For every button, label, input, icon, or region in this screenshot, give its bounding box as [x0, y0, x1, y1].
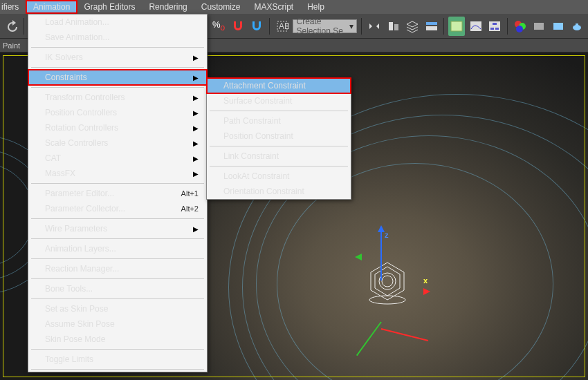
- menu-item-truncated[interactable]: ifiers: [1, 2, 26, 12]
- submenu-item-lookat-constraint[interactable]: LookAt Constraint: [207, 169, 351, 184]
- menu-item-label: Assume Skin Pose: [45, 319, 115, 329]
- menu-item-toggle-limits[interactable]: Toggle Limits: [28, 352, 207, 367]
- menu-item-label: Position Constraint: [223, 131, 293, 141]
- menu-item-label: Skin Pose Mode: [45, 334, 105, 344]
- menu-item-transform-controllers[interactable]: Transform Controllers▶: [28, 90, 207, 105]
- menu-item-maxscript[interactable]: MAXScript: [247, 1, 300, 13]
- submenu-arrow-icon: ▶: [193, 94, 199, 102]
- chevron-down-icon: ▾: [349, 21, 353, 31]
- submenu-arrow-icon: ▶: [193, 54, 199, 61]
- menu-item-rendering[interactable]: Rendering: [142, 1, 194, 13]
- menu-item-label: Set as Skin Pose: [45, 304, 108, 314]
- menu-item-wire-parameters[interactable]: Wire Parameters▶: [28, 221, 207, 236]
- menu-item-position-controllers[interactable]: Position Controllers▶: [28, 105, 207, 120]
- menu-separator: [31, 67, 204, 68]
- menu-item-bone-tools[interactable]: Bone Tools...: [28, 281, 207, 296]
- magnet-angle-icon[interactable]: [249, 17, 266, 36]
- svg-rect-11: [495, 28, 499, 30]
- menu-item-label: Path Constraint: [223, 116, 281, 126]
- menu-separator: [210, 111, 348, 111]
- svg-rect-10: [490, 28, 494, 30]
- menu-item-cat[interactable]: CAT▶: [28, 151, 207, 166]
- menu-item-constraints[interactable]: Constraints▶: [28, 70, 207, 85]
- menu-item-skin-pose-mode[interactable]: Skin Pose Mode: [28, 332, 207, 347]
- selection-set-dropdown[interactable]: Create Selection Se ▾: [293, 19, 357, 33]
- toolbar-separator: [507, 18, 508, 35]
- menu-separator: [210, 146, 348, 146]
- svg-rect-5: [426, 26, 437, 30]
- svg-rect-18: [576, 23, 578, 26]
- submenu-item-path-constraint[interactable]: Path Constraint: [207, 113, 351, 129]
- menu-item-parameter-editor[interactable]: Parameter Editor...Alt+1: [28, 186, 207, 201]
- submenu-item-link-constraint[interactable]: Link Constraint: [207, 149, 351, 164]
- schematic-icon[interactable]: [486, 17, 503, 36]
- menu-separator: [31, 183, 204, 184]
- align-icon[interactable]: [385, 17, 402, 36]
- menu-separator: [31, 47, 204, 48]
- percent-snap-icon[interactable]: %o: [210, 17, 227, 36]
- menu-separator: [31, 278, 204, 279]
- menu-item-help[interactable]: Help: [300, 1, 331, 13]
- menu-item-parameter-collector[interactable]: Parameter Collector...Alt+2: [28, 201, 207, 216]
- toolbar-separator: [24, 18, 24, 35]
- menu-item-label: MassFX: [45, 169, 75, 178]
- menu-item-label: CAT: [45, 153, 61, 163]
- paint-label: Paint: [3, 41, 20, 50]
- menu-item-label: Toggle Limits: [45, 354, 93, 364]
- menu-item-label: IK Solvers: [45, 53, 83, 62]
- menu-item-graph-editors[interactable]: Graph Editors: [77, 1, 142, 13]
- menu-item-label: Transform Controllers: [45, 93, 125, 102]
- menu-item-animation-layers[interactable]: Animation Layers...: [28, 241, 207, 256]
- render-frame-icon[interactable]: [550, 17, 567, 36]
- svg-rect-15: [534, 23, 544, 30]
- submenu-arrow-icon: ▶: [193, 170, 199, 178]
- menu-item-label: Save Animation...: [45, 32, 109, 42]
- scene-explorer-icon[interactable]: [448, 17, 465, 36]
- menu-item-label: Scale Controllers: [45, 138, 108, 148]
- menu-item-scale-controllers[interactable]: Scale Controllers▶: [28, 135, 207, 151]
- toolbar-separator: [361, 18, 362, 35]
- menu-item-ik-solvers[interactable]: IK Solvers▶: [28, 50, 207, 65]
- material-editor-icon[interactable]: [512, 17, 529, 36]
- submenu-arrow-icon: ▶: [193, 155, 199, 162]
- submenu-item-attachment-constraint[interactable]: Attachment Constraint: [207, 78, 351, 93]
- menu-item-rotation-controllers[interactable]: Rotation Controllers▶: [28, 120, 207, 135]
- menu-item-label: LookAt Constraint: [223, 171, 289, 181]
- menu-item-label: Reaction Manager...: [45, 264, 119, 274]
- menu-item-animation[interactable]: Animation: [26, 1, 77, 13]
- submenu-item-orientation-constraint[interactable]: Orientation Constraint: [207, 184, 351, 199]
- menu-separator: [210, 166, 348, 167]
- curve-editor-icon[interactable]: [468, 17, 484, 36]
- submenu-item-position-constraint[interactable]: Position Constraint: [207, 129, 351, 144]
- menu-bar: ifiers Animation Graph Editors Rendering…: [0, 0, 588, 14]
- submenu-item-surface-constraint[interactable]: Surface Constraint: [207, 93, 351, 108]
- menu-item-load-animation[interactable]: Load Animation...: [28, 15, 207, 30]
- menu-item-label: Rotation Controllers: [45, 123, 118, 133]
- menu-item-assume-skin-pose[interactable]: Assume Skin Pose: [28, 316, 207, 332]
- menu-item-set-as-skin-pose[interactable]: Set as Skin Pose: [28, 301, 207, 316]
- undo-icon[interactable]: [3, 17, 19, 36]
- magnet-icon[interactable]: [230, 17, 246, 36]
- named-selection-icon[interactable]: ABC: [274, 17, 291, 36]
- menu-separator: [31, 218, 204, 219]
- menu-item-save-animation[interactable]: Save Animation...: [28, 30, 207, 45]
- submenu-arrow-icon: ▶: [193, 109, 199, 117]
- menu-item-label: Constraints: [45, 73, 87, 82]
- svg-rect-4: [426, 22, 437, 25]
- menu-shortcut: Alt+2: [181, 205, 199, 213]
- render-setup-icon[interactable]: [531, 17, 547, 36]
- menu-item-massfx[interactable]: MassFX▶: [28, 166, 207, 181]
- svg-point-17: [573, 25, 581, 30]
- toggle-ribbon-icon[interactable]: [423, 17, 440, 36]
- teapot-icon[interactable]: [569, 17, 586, 36]
- mirror-icon[interactable]: [366, 17, 383, 36]
- animation-menu-dropdown: Load Animation...Save Animation...IK Sol…: [28, 14, 208, 372]
- menu-item-label: Orientation Constraint: [223, 187, 304, 196]
- menu-item-reaction-manager[interactable]: Reaction Manager...: [28, 261, 207, 276]
- svg-rect-16: [553, 23, 563, 30]
- layers-icon[interactable]: [404, 17, 421, 36]
- toolbar-separator: [443, 18, 444, 35]
- menu-separator: [31, 238, 204, 239]
- menu-separator: [31, 87, 204, 88]
- menu-item-customize[interactable]: Customize: [194, 1, 248, 13]
